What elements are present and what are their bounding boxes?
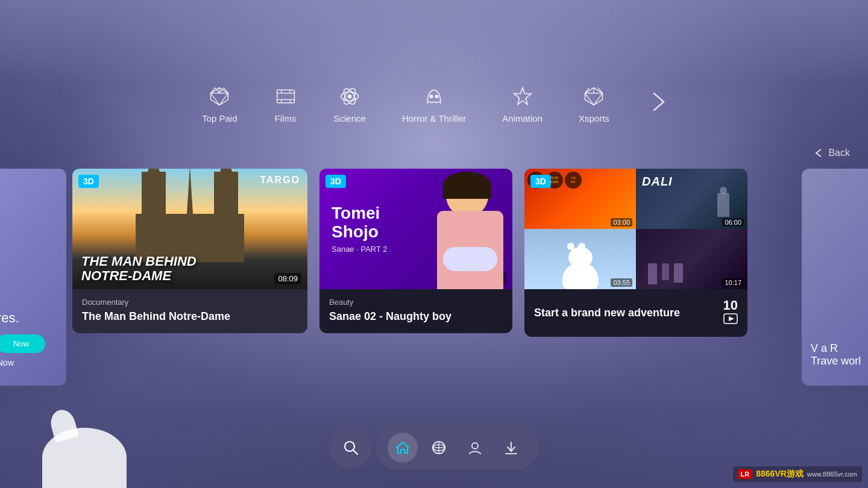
- adventure-3d-badge: 3D: [530, 175, 551, 188]
- svg-line-3: [219, 93, 228, 105]
- svg-point-21: [435, 95, 438, 98]
- right-panel-text: V a R Trave worl: [811, 342, 861, 368]
- nav-categories: Top Paid Films Science: [0, 84, 868, 124]
- adventure-sub-4-time: 10:17: [722, 278, 744, 287]
- atom-icon: [338, 84, 362, 108]
- notre-dame-3d-badge: 3D: [78, 175, 99, 188]
- nav-item-science[interactable]: Science: [334, 84, 366, 124]
- adventure-sub-1-time: 03:00: [611, 218, 632, 227]
- sanae-card-info: Beauty Sanae 02 - Naughty boy: [319, 289, 512, 333]
- nav-label-horror-thriller: Horror & Thriller: [402, 113, 466, 124]
- back-label: Back: [828, 148, 850, 158]
- nav-item-films[interactable]: Films: [274, 84, 298, 124]
- nav-next-button[interactable]: [652, 91, 666, 117]
- notre-dame-category: Documentary: [82, 298, 298, 307]
- home-button[interactable]: [388, 433, 418, 463]
- film-icon: [274, 84, 298, 108]
- award-3: LAFF: [565, 172, 582, 189]
- svg-point-19: [348, 95, 351, 98]
- sanae-3d-badge: 3D: [326, 175, 346, 188]
- sanae-person-image: [434, 172, 512, 289]
- sanae-sub-title: Sanae · PART 2: [332, 245, 388, 254]
- download-button[interactable]: [496, 433, 526, 463]
- nav-label-top-paid: Top Paid: [202, 113, 237, 124]
- dali-title: DALI: [642, 175, 743, 217]
- left-panel-text: res.: [0, 310, 19, 327]
- polar-bear-figure: [556, 253, 605, 289]
- nav-item-animation[interactable]: Animation: [502, 84, 542, 124]
- play-count-icon: [723, 313, 738, 328]
- nav-pill: [376, 425, 538, 470]
- card-adventure[interactable]: EURVR SUNDAN LAFF 03:00 DALI 06:00: [524, 169, 747, 337]
- sanae-main-title: TomeiShojo: [332, 204, 388, 242]
- notre-dame-card-info: Documentary The Man Behind Notre-Dame: [72, 289, 307, 333]
- nav-item-top-paid[interactable]: Top Paid: [202, 84, 237, 124]
- card-sanae-thumbnail: TomeiShojo Sanae · PART 2 3D 02:29: [319, 169, 512, 289]
- adventure-sub-thumb-3: 03:55: [524, 229, 636, 289]
- nav-label-xsports: Xsports: [579, 113, 609, 124]
- right-panel: V a R Trave worl: [802, 169, 868, 386]
- profile-button[interactable]: [460, 433, 490, 463]
- ghost-icon: [422, 84, 446, 108]
- sanae-title: Sanae 02 - Naughty boy: [329, 310, 503, 324]
- nav-item-horror-thriller[interactable]: Horror & Thriller: [402, 84, 466, 124]
- adventure-sub-thumb-2: DALI 06:00: [636, 169, 747, 229]
- watermark-url: www.8865vr.com: [807, 471, 857, 478]
- card-sanae[interactable]: TomeiShojo Sanae · PART 2 3D 02:29: [319, 169, 512, 333]
- left-panel-now-button[interactable]: Now: [0, 334, 45, 353]
- xsports-icon: [582, 84, 606, 108]
- card-notre-dame[interactable]: THE MAN BEHINDNOTRE-DAME 3D TARGO 08:09 …: [72, 169, 307, 333]
- notre-dame-title: The Man Behind Notre-Dame: [82, 310, 298, 324]
- svg-point-20: [430, 95, 433, 98]
- card-adventure-thumbnail: EURVR SUNDAN LAFF 03:00 DALI 06:00: [524, 169, 747, 289]
- adventure-card-info: Start a brand new adventure 10: [524, 289, 747, 337]
- adventure-count: 10: [723, 298, 738, 328]
- notre-dame-title-overlay: THE MAN BEHINDNOTRE-DAME: [81, 254, 197, 283]
- targo-badge: TARGO: [260, 175, 300, 186]
- nav-label-animation: Animation: [502, 113, 542, 124]
- adventure-grid: EURVR SUNDAN LAFF 03:00 DALI 06:00: [524, 169, 747, 289]
- diamond-icon: [207, 84, 231, 108]
- watermark-text: 8866VR游戏: [756, 469, 804, 480]
- nav-label-films: Films: [275, 113, 297, 124]
- left-panel-label: Now: [0, 358, 14, 368]
- svg-line-33: [353, 450, 357, 454]
- left-panel: res. Now Now: [0, 169, 66, 386]
- search-button[interactable]: [330, 427, 372, 469]
- adventure-sub-thumb-4: 10:17: [636, 229, 747, 289]
- svg-point-38: [472, 443, 478, 449]
- cards-area: THE MAN BEHINDNOTRE-DAME 3D TARGO 08:09 …: [72, 169, 796, 392]
- svg-line-26: [594, 93, 602, 105]
- watermark: LR 8866VR游戏 www.8865vr.com: [733, 466, 862, 482]
- back-button[interactable]: Back: [814, 148, 850, 158]
- explore-button[interactable]: [424, 433, 454, 463]
- atmosphere-top: [0, 0, 868, 84]
- svg-marker-31: [729, 316, 734, 321]
- adventure-title: Start a brand new adventure: [534, 307, 680, 319]
- adventure-count-num: 10: [723, 298, 738, 313]
- svg-rect-9: [277, 90, 294, 103]
- svg-marker-22: [514, 88, 531, 105]
- nav-label-science: Science: [334, 113, 366, 124]
- notre-dame-image: THE MAN BEHINDNOTRE-DAME: [72, 169, 307, 289]
- svg-line-2: [211, 93, 219, 105]
- svg-line-25: [585, 93, 594, 105]
- card-notre-dame-thumbnail: THE MAN BEHINDNOTRE-DAME 3D TARGO 08:09: [72, 169, 307, 289]
- people-silhouettes: [648, 263, 683, 284]
- adventure-sub-2-time: 06:00: [722, 218, 744, 227]
- cat-figure: [30, 416, 139, 488]
- sanae-image: TomeiShojo Sanae · PART 2: [319, 169, 512, 289]
- adventure-sub-3-time: 03:55: [611, 278, 632, 287]
- nav-item-xsports[interactable]: Xsports: [579, 84, 609, 124]
- star-icon: [511, 84, 535, 108]
- bottom-nav: [330, 425, 538, 470]
- watermark-logo: LR: [738, 469, 753, 479]
- sanae-category: Beauty: [329, 298, 503, 307]
- notre-dame-duration: 08:09: [274, 273, 301, 284]
